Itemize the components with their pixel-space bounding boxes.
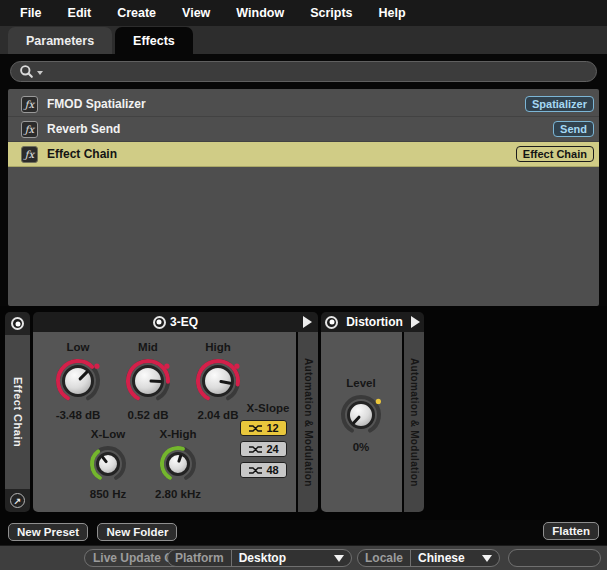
knob-label: X-High bbox=[159, 427, 196, 441]
rack-footer: ↗ bbox=[5, 489, 30, 512]
automation-modulation-label: Automation & Modulation bbox=[409, 358, 420, 487]
collapse-arrow-icon[interactable] bbox=[303, 316, 312, 328]
knob-label: High bbox=[205, 340, 231, 354]
new-preset-button[interactable]: New Preset bbox=[8, 523, 88, 541]
knob[interactable] bbox=[336, 390, 386, 440]
tab-bar: Parameters Effects bbox=[0, 26, 607, 54]
unit-title: 3-EQ bbox=[170, 315, 198, 329]
unit-title: Distortion bbox=[338, 315, 411, 329]
crossover-icon bbox=[248, 445, 263, 454]
new-folder-button[interactable]: New Folder bbox=[97, 523, 177, 541]
knob[interactable] bbox=[155, 441, 201, 487]
tab-effects[interactable]: Effects bbox=[115, 27, 193, 54]
crossover-icon bbox=[248, 424, 263, 433]
locale-select[interactable]: Locale Chinese bbox=[357, 549, 500, 567]
x-slope-24-button[interactable]: 24 bbox=[240, 441, 287, 457]
knob[interactable] bbox=[85, 441, 131, 487]
effect-row-fmod-spatializer[interactable]: ƒx FMOD Spatializer Spatializer bbox=[8, 92, 599, 117]
3eq-body: Low-3.48 dB Mid0.52 dB High2.04 dB X-Low… bbox=[33, 332, 296, 512]
fx-icon: ƒx bbox=[21, 96, 38, 113]
x-slope-label: X-Slope bbox=[236, 402, 300, 414]
bypass-toggle[interactable] bbox=[325, 316, 338, 329]
platform-label: Platform bbox=[168, 551, 231, 565]
menu-view[interactable]: View bbox=[169, 6, 223, 20]
effect-name: FMOD Spatializer bbox=[47, 97, 146, 111]
effect-name: Reverb Send bbox=[47, 122, 120, 136]
effect-chain-rack[interactable]: Effect Chain ↗ bbox=[5, 312, 30, 512]
knob-label: Mid bbox=[138, 340, 158, 354]
menu-window[interactable]: Window bbox=[223, 6, 297, 20]
effect-row-reverb-send[interactable]: ƒx Reverb Send Send bbox=[8, 117, 599, 142]
chevron-down-icon bbox=[482, 555, 492, 562]
knob[interactable] bbox=[121, 354, 175, 408]
knob[interactable] bbox=[191, 354, 245, 408]
effect-type-badge: Effect Chain bbox=[516, 146, 594, 162]
x-high-knob-group: X-High2.80 kHz bbox=[146, 427, 210, 501]
crossover-icon bbox=[248, 466, 263, 475]
knob[interactable] bbox=[51, 354, 105, 408]
unit-header: 3-EQ bbox=[33, 312, 318, 332]
low-knob-group: Low-3.48 dB bbox=[46, 340, 110, 422]
effect-unit-3eq: 3-EQ Low-3.48 dB Mid0.52 dB High2.04 dB … bbox=[33, 312, 318, 512]
tab-parameters[interactable]: Parameters bbox=[8, 27, 112, 54]
fx-icon: ƒx bbox=[21, 121, 38, 138]
knob-value: 850 Hz bbox=[90, 487, 126, 501]
mid-knob-group: Mid0.52 dB bbox=[116, 340, 180, 422]
flatten-button[interactable]: Flatten bbox=[543, 522, 599, 540]
status-bar: Live Update Off Platform Desktop Locale … bbox=[0, 545, 607, 570]
knob-value: -3.48 dB bbox=[56, 408, 101, 422]
rack-bypass-toggle[interactable] bbox=[11, 317, 24, 330]
effects-panel: ƒx FMOD Spatializer Spatializer ƒx Rever… bbox=[0, 54, 607, 545]
platform-value: Desktop bbox=[232, 551, 334, 565]
automation-modulation-drawer[interactable]: Automation & Modulation bbox=[404, 332, 424, 512]
automation-modulation-drawer[interactable]: Automation & Modulation bbox=[298, 332, 318, 512]
collapse-arrow-icon[interactable] bbox=[411, 316, 420, 328]
platform-select[interactable]: Platform Desktop bbox=[167, 549, 352, 567]
menu-scripts[interactable]: Scripts bbox=[297, 6, 365, 20]
menu-help[interactable]: Help bbox=[366, 6, 419, 20]
knob-label: Low bbox=[67, 340, 90, 354]
x-slope-12-button[interactable]: 12 bbox=[240, 420, 287, 436]
knob-value: 2.04 dB bbox=[198, 408, 239, 422]
open-in-editor-icon[interactable]: ↗ bbox=[10, 493, 25, 508]
distortion-body: Level0% bbox=[321, 332, 402, 512]
effects-list: ƒx FMOD Spatializer Spatializer ƒx Rever… bbox=[8, 89, 599, 306]
chevron-down-icon bbox=[334, 555, 344, 562]
menu-create[interactable]: Create bbox=[104, 6, 169, 20]
x-slope-48-button[interactable]: 48 bbox=[240, 462, 287, 478]
rack-label: Effect Chain bbox=[12, 377, 24, 447]
menu-file[interactable]: File bbox=[7, 6, 55, 20]
effect-unit-distortion: Distortion Level0% Automation & Modulati… bbox=[321, 312, 424, 512]
search-icon bbox=[19, 64, 34, 79]
menu-edit[interactable]: Edit bbox=[55, 6, 105, 20]
fx-icon: ƒx bbox=[21, 146, 38, 163]
knob-label: Level bbox=[346, 376, 375, 390]
knob-value: 0% bbox=[353, 440, 370, 454]
rack-body: Effect Chain bbox=[5, 335, 30, 489]
automation-modulation-label: Automation & Modulation bbox=[303, 358, 314, 487]
effect-deck: Effect Chain ↗ 3-EQ Low-3.48 dB Mid0.52 … bbox=[0, 306, 607, 520]
knob-value: 2.80 kHz bbox=[155, 487, 201, 501]
knob-value: 0.52 dB bbox=[128, 408, 169, 422]
x-low-knob-group: X-Low850 Hz bbox=[76, 427, 140, 501]
effect-row-effect-chain[interactable]: ƒx Effect Chain Effect Chain bbox=[8, 142, 599, 167]
effect-type-badge: Send bbox=[553, 121, 594, 137]
level-knob-group: Level0% bbox=[329, 376, 393, 454]
knob-label: X-Low bbox=[91, 427, 126, 441]
search-input[interactable] bbox=[46, 65, 588, 79]
rack-header bbox=[5, 312, 30, 335]
locale-value: Chinese bbox=[411, 551, 482, 565]
search-filter-caret-icon[interactable] bbox=[37, 71, 43, 75]
status-box bbox=[508, 549, 601, 567]
unit-header: Distortion bbox=[321, 312, 424, 332]
x-slope-buttons: 12 24 48 bbox=[240, 420, 287, 478]
locale-label: Locale bbox=[358, 551, 410, 565]
menu-bar: File Edit Create View Window Scripts Hel… bbox=[0, 0, 607, 26]
bypass-toggle[interactable] bbox=[153, 316, 166, 329]
search-bar[interactable] bbox=[10, 61, 597, 82]
preset-actions: New Preset New Folder Flatten bbox=[8, 522, 599, 540]
effect-type-badge: Spatializer bbox=[525, 96, 594, 112]
effect-name: Effect Chain bbox=[47, 147, 117, 161]
